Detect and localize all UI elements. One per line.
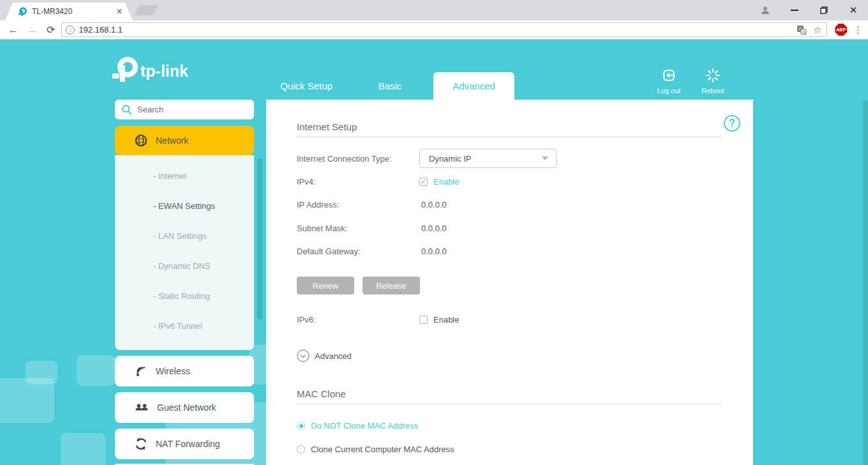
ip-address-row: IP Address: 0.0.0.0 — [297, 200, 447, 210]
subnet-mask-label: Subnet Mask: — [297, 224, 419, 233]
ip-address-label: IP Address: — [297, 200, 419, 210]
globe-icon — [134, 133, 148, 148]
ipv4-enable-label[interactable]: Enable — [433, 177, 459, 187]
logout-icon — [662, 68, 676, 82]
tab-basic[interactable]: Basic — [350, 72, 430, 100]
page-scrollbar[interactable] — [863, 100, 868, 465]
sidebar-scrollbar[interactable] — [257, 158, 262, 319]
sidebar-subitem-dynamic-dns[interactable]: - Dynamic DNS — [115, 251, 254, 281]
sidebar-subitem-ewan-settings[interactable]: - EWAN Settings — [115, 191, 254, 221]
chevron-down-circle-icon — [297, 349, 310, 362]
release-button[interactable]: Release — [363, 277, 420, 294]
default-gateway-value: 0.0.0.0 — [419, 247, 447, 256]
address-bar[interactable]: i 192.168.1.1 G A ☆ — [61, 22, 827, 37]
reboot-button[interactable]: Reboot — [694, 68, 732, 95]
logout-button[interactable]: Log out — [650, 68, 688, 95]
nat-forwarding-icon — [134, 437, 148, 451]
reboot-icon — [706, 68, 720, 82]
tplink-logo: tp-link — [112, 56, 202, 88]
sidebar-item-label: Network — [156, 135, 188, 146]
window-close-button[interactable]: ✕ — [839, 0, 868, 20]
translate-icon[interactable]: G A — [797, 25, 807, 35]
back-icon[interactable]: ← — [5, 22, 21, 38]
tab-quick-setup[interactable]: Quick Setup — [266, 72, 347, 100]
tplink-favicon — [18, 7, 27, 17]
tab-close-icon[interactable]: ✕ — [116, 7, 123, 16]
router-page: tp-link Quick Setup Basic Advanced Log o… — [0, 40, 868, 465]
bookmark-star-icon[interactable]: ☆ — [813, 24, 821, 36]
mac-clone-option-clone-current[interactable]: Clone Current Computer MAC Address — [297, 445, 454, 454]
decor-shape — [77, 355, 115, 386]
browser-menu-icon[interactable]: ⋮ — [853, 24, 863, 36]
radio-icon[interactable] — [297, 445, 305, 454]
sidebar-subitem-lan-settings[interactable]: - LAN Settings — [115, 221, 254, 251]
wifi-icon — [134, 364, 148, 378]
search-icon — [121, 104, 132, 115]
renew-button[interactable]: Renew — [297, 277, 354, 294]
ip-address-value: 0.0.0.0 — [419, 200, 447, 210]
ipv4-enable-checkbox[interactable] — [419, 178, 428, 186]
connection-type-select[interactable]: Dynamic IP — [419, 149, 557, 168]
section-title-mac-clone: MAC Clone — [297, 388, 346, 399]
ipv6-row: IPv6: Enable — [297, 315, 459, 324]
sidebar-search[interactable] — [115, 100, 254, 119]
sidebar-item-label: Wireless — [156, 366, 190, 376]
sidebar-item-label: Guest Network — [157, 402, 216, 413]
site-info-icon[interactable]: i — [66, 26, 75, 34]
screen: TL-MR3420 ✕ ✕ ← → ⟳ i 192.168.1.1 G — [0, 0, 868, 465]
default-gateway-row: Default Gateway: 0.0.0.0 — [297, 247, 447, 256]
browser-tab[interactable]: TL-MR3420 ✕ — [5, 3, 133, 20]
decor-shape — [61, 433, 105, 465]
sidebar-item-nat-forwarding[interactable]: NAT Forwarding — [115, 429, 254, 459]
minimize-button[interactable] — [780, 0, 809, 20]
advanced-expander-label: Advanced — [315, 351, 352, 361]
forward-icon[interactable]: → — [24, 22, 40, 38]
sidebar-subitem-static-routing[interactable]: - Static Routing — [115, 281, 254, 311]
mac-clone-option-no-clone[interactable]: Do NOT Clone MAC Address — [297, 421, 418, 431]
subnet-mask-row: Subnet Mask: 0.0.0.0 — [297, 224, 447, 233]
connection-type-row: Internet Connection Type: Dynamic IP — [297, 149, 557, 168]
search-input[interactable] — [137, 105, 233, 114]
restore-button[interactable] — [809, 0, 839, 20]
browser-toolbar: ← → ⟳ i 192.168.1.1 G A ☆ ABP ⋮ — [0, 20, 868, 40]
svg-text:A: A — [802, 30, 805, 34]
ipv4-label: IPv4: — [297, 177, 419, 187]
sidebar-subitem-ipv6-tunnel[interactable]: - IPv6 Tunnel — [115, 311, 254, 341]
guest-users-icon — [134, 400, 149, 415]
browser-tabstrip: TL-MR3420 ✕ ✕ — [0, 0, 868, 20]
new-tab-button[interactable] — [134, 5, 159, 15]
sidebar-item-network[interactable]: Network — [115, 126, 254, 155]
connection-type-label: Internet Connection Type: — [297, 154, 419, 164]
ipv6-enable-checkbox[interactable] — [419, 316, 428, 324]
network-submenu: - Internet - EWAN Settings - LAN Setting… — [115, 155, 254, 350]
sidebar-item-guest-network[interactable]: Guest Network — [115, 392, 254, 423]
tab-title: TL-MR3420 — [32, 7, 112, 16]
sidebar-subitem-internet[interactable]: - Internet — [115, 161, 254, 191]
ipv6-enable-label[interactable]: Enable — [433, 315, 459, 324]
default-gateway-label: Default Gateway: — [297, 247, 419, 256]
decor-shape — [0, 378, 54, 423]
subnet-mask-value: 0.0.0.0 — [419, 224, 447, 233]
sidebar-item-label: NAT Forwarding — [156, 439, 220, 449]
svg-text:tp-link: tp-link — [140, 62, 188, 80]
profile-icon[interactable] — [751, 0, 780, 20]
refresh-icon[interactable]: ⟳ — [43, 22, 59, 38]
ipv6-label: IPv6: — [297, 315, 419, 324]
sidebar-item-wireless[interactable]: Wireless — [115, 356, 254, 386]
content-panel: Internet Setup ? Internet Connection Typ… — [266, 100, 753, 465]
section-title-internet-setup: Internet Setup — [297, 121, 357, 132]
chevron-down-icon — [542, 156, 548, 160]
advanced-expander[interactable]: Advanced — [297, 349, 352, 362]
dhcp-buttons-row: Renew Release — [297, 277, 420, 294]
tab-advanced[interactable]: Advanced — [433, 72, 514, 100]
help-icon[interactable]: ? — [724, 115, 740, 132]
section-divider — [297, 404, 721, 404]
adblock-extension-icon[interactable]: ABP — [835, 24, 847, 36]
section-divider — [297, 137, 721, 137]
radio-icon[interactable] — [297, 422, 305, 430]
ipv4-row: IPv4: Enable — [297, 177, 459, 187]
url-text[interactable]: 192.168.1.1 — [79, 25, 793, 34]
